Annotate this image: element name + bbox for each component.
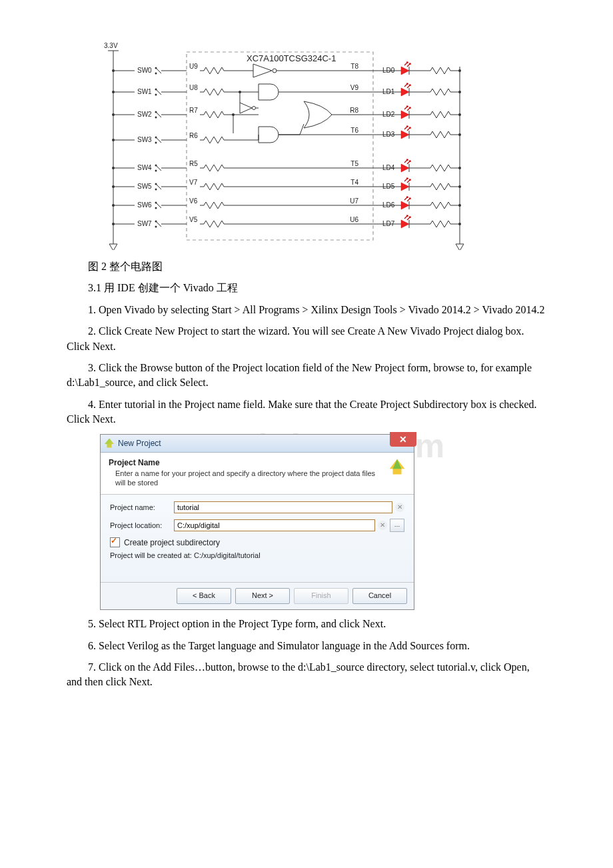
sw-label-5: SW5	[137, 183, 152, 190]
power-label: 3.3V	[104, 42, 118, 49]
cancel-button[interactable]: Cancel	[352, 588, 407, 604]
dialog-new-project: New Project ✕ Project Name Enter a name …	[100, 434, 546, 611]
dialog-header-title: Project Name	[109, 458, 383, 467]
browse-button[interactable]: …	[390, 519, 404, 532]
create-subdir-label: Create project subdirectory	[124, 538, 220, 547]
step-3: 3. Click the Browse button of the Projec…	[67, 361, 546, 391]
project-name-input[interactable]	[174, 501, 392, 513]
step-7: 7. Click on the Add Files…button, browse…	[67, 660, 546, 690]
pin-in-5: V7	[189, 179, 198, 186]
sw-label-6: SW6	[137, 201, 152, 209]
pin-out-2: R8	[350, 107, 358, 114]
step-2: 2. Click Create New Project to start the…	[67, 324, 546, 354]
step-6: 6. Select Verilog as the Target language…	[67, 639, 546, 653]
project-location-input[interactable]	[174, 519, 375, 531]
pin-out-7: U6	[350, 216, 358, 223]
pin-in-7: V5	[189, 216, 198, 223]
svg-point-84	[112, 223, 115, 225]
pin-in-0: U9	[189, 63, 198, 70]
pin-out-0: T8	[350, 63, 358, 70]
pin-out-6: U7	[350, 197, 358, 205]
pin-in-2: R7	[189, 107, 198, 114]
finish-button: Finish	[294, 588, 348, 604]
next-button[interactable]: Next >	[235, 588, 290, 604]
pin-in-6: V6	[189, 197, 198, 205]
svg-point-27	[239, 91, 241, 93]
wizard-icon	[388, 458, 406, 475]
pin-out-3: T6	[350, 127, 358, 134]
svg-point-76	[112, 204, 115, 207]
sw-label-0: SW0	[137, 67, 152, 74]
step-1: 1. Open Vivado by selecting Start > All …	[67, 303, 546, 317]
svg-point-23	[112, 91, 115, 93]
dialog-header-desc: Enter a name for your project and specif…	[109, 469, 383, 488]
svg-point-58	[458, 133, 461, 136]
svg-point-66	[458, 167, 461, 169]
svg-rect-7	[100, 40, 473, 250]
svg-point-50	[112, 139, 115, 141]
svg-point-36	[112, 113, 115, 116]
circuit-svg: /* decorative grid via JS below would be…	[100, 40, 473, 250]
caption-fig2: 图 2 整个电路图	[67, 259, 546, 274]
sw-label-7: SW7	[137, 220, 152, 227]
sw-label-2: SW2	[137, 111, 152, 118]
pin-out-1: V9	[350, 84, 359, 91]
sw-label-1: SW1	[137, 88, 152, 95]
project-location-label: Project location:	[110, 521, 174, 529]
pin-in-1: U8	[189, 84, 198, 91]
clear-location-icon[interactable]: ✕	[378, 521, 387, 530]
svg-point-74	[458, 185, 461, 188]
svg-point-48	[458, 113, 461, 116]
chip-title: XC7A100TCSG324C-1	[247, 53, 336, 63]
svg-point-82	[458, 204, 461, 207]
svg-point-13	[112, 69, 115, 72]
svg-point-34	[253, 107, 256, 110]
svg-point-90	[458, 223, 461, 225]
figure-circuit: /* decorative grid via JS below would be…	[100, 40, 546, 253]
vivado-icon	[105, 439, 114, 448]
pin-in-4: R5	[189, 160, 198, 167]
svg-point-33	[458, 91, 461, 93]
pin-out-4: T5	[350, 160, 358, 167]
project-name-label: Project name:	[110, 503, 174, 511]
clear-name-icon[interactable]: ✕	[395, 503, 404, 512]
step-5: 5. Select RTL Project option in the Proj…	[67, 617, 546, 631]
back-button[interactable]: < Back	[177, 588, 231, 604]
pin-in-3: R6	[189, 132, 198, 139]
close-button[interactable]: ✕	[390, 432, 416, 447]
project-path-note: Project will be created at: C:/xup/digit…	[110, 551, 404, 559]
create-subdir-checkbox[interactable]	[110, 537, 120, 547]
sw-label-3: SW3	[137, 136, 152, 143]
svg-point-15	[273, 69, 277, 73]
sw-label-4: SW4	[137, 164, 152, 171]
step-4: 4. Enter tutorial in the Project name fi…	[67, 397, 546, 427]
svg-point-60	[112, 167, 115, 169]
pin-out-5: T4	[350, 179, 358, 186]
section-3-1: 3.1 用 IDE 创建一个 Vivado 工程	[67, 281, 546, 295]
dialog-title: New Project	[118, 439, 161, 448]
dialog-titlebar[interactable]: New Project ✕	[101, 435, 414, 453]
svg-point-21	[458, 69, 461, 72]
svg-point-68	[112, 185, 115, 188]
